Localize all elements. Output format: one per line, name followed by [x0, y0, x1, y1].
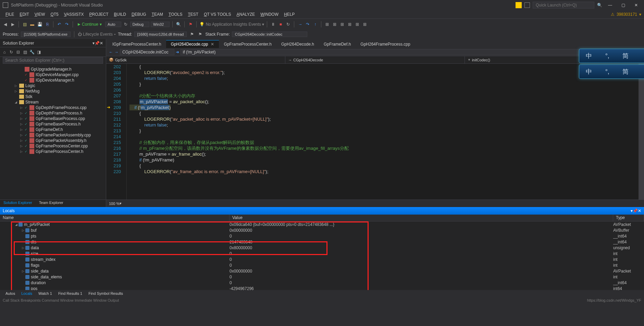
- thread-flag2-icon[interactable]: ⚑: [197, 31, 203, 37]
- tb-extra-1[interactable]: ⊞: [324, 21, 330, 27]
- tb-extra-6[interactable]: ⊞: [362, 21, 368, 27]
- bottom-tab[interactable]: Watch 1: [36, 291, 55, 296]
- menu-window[interactable]: WINDOW: [258, 11, 281, 17]
- undo-icon[interactable]: ↶: [56, 21, 62, 27]
- locals-row[interactable]: ▷buf0x00000000 AVBuffer: [0, 227, 644, 233]
- menu-test[interactable]: TEST: [185, 11, 201, 17]
- pause-icon[interactable]: ⏸: [270, 21, 276, 27]
- minimize-button[interactable]: —: [605, 2, 615, 9]
- menu-project[interactable]: PROJECT: [87, 11, 111, 17]
- solution-tab[interactable]: Solution Explorer: [0, 200, 36, 207]
- continue-button[interactable]: Continue▾: [76, 21, 104, 27]
- locals-col-name[interactable]: Name: [0, 215, 230, 221]
- process-dropdown[interactable]: [11508] SoftPlatformd.exe: [21, 32, 71, 37]
- stop-icon[interactable]: ■: [277, 21, 284, 27]
- scope-dropdown[interactable]: CGpH264Decode.initCoc: [120, 49, 174, 55]
- thread-dropdown[interactable]: [1680] msvcr120d.dll thread: [134, 32, 187, 37]
- open-icon[interactable]: ▬: [29, 21, 35, 27]
- document-tab[interactable]: GpH264Decode.cpp ✕: [166, 40, 219, 48]
- close-button[interactable]: ✕: [631, 2, 641, 9]
- tree-item[interactable]: ◢Stream: [0, 99, 106, 105]
- document-tab[interactable]: IGpFrameProcessCenter.h: [108, 40, 166, 48]
- search-icon[interactable]: 🔍: [597, 3, 602, 8]
- close-tab-icon[interactable]: ✕: [211, 42, 214, 47]
- document-tab[interactable]: GpFrameProcessCenter.h: [219, 40, 276, 48]
- platform-dropdown[interactable]: Win32: [151, 22, 170, 27]
- document-tab[interactable]: GpH264Decode.h: [276, 40, 319, 48]
- panel-close-icon[interactable]: ✕: [638, 208, 641, 213]
- preview-icon[interactable]: ◨: [36, 49, 42, 55]
- save-all-icon[interactable]: ⎘: [44, 21, 50, 27]
- sync-icon[interactable]: ↻: [8, 49, 14, 55]
- tree-item[interactable]: ▷✓GpDepthFrameProcess.h: [0, 110, 106, 116]
- locals-row[interactable]: flags0int: [0, 262, 644, 268]
- locals-row[interactable]: size0int: [0, 251, 644, 256]
- locals-row[interactable]: stream_index0int: [0, 256, 644, 262]
- locals-row[interactable]: duration0__int64: [0, 280, 644, 286]
- tree-item[interactable]: ▷✓GpFramePacketAssembly.cpp: [0, 132, 106, 138]
- tree-item[interactable]: ▷✓GpFrameProcessCenter.cpp: [0, 143, 106, 149]
- locals-row[interactable]: pts0__int64: [0, 233, 644, 239]
- tree-item[interactable]: GpUpgradeManager.h: [0, 67, 106, 72]
- quick-launch-input[interactable]: [533, 2, 594, 9]
- condition-dropdown[interactable]: if (!m_pAVPacket): [181, 49, 641, 55]
- tree-item[interactable]: ▷✓GpFrameDef.h: [0, 127, 106, 132]
- maximize-button[interactable]: ▢: [618, 2, 628, 9]
- debug-config-dropdown[interactable]: Debug: [130, 22, 149, 27]
- config-dropdown[interactable]: Auto: [105, 22, 121, 27]
- bottom-tab[interactable]: Find Symbol Results: [86, 291, 126, 296]
- tree-item[interactable]: ▷✓GpFrameBaseProcess.cpp: [0, 116, 106, 121]
- save-icon[interactable]: 💾: [37, 21, 43, 27]
- tree-item[interactable]: ▷✓GpFramePacketAssembly.h: [0, 138, 106, 143]
- tb-extra-3[interactable]: ⊞: [339, 21, 345, 27]
- solution-tab[interactable]: Team Explorer: [36, 200, 67, 207]
- menu-help[interactable]: HELP: [281, 11, 297, 17]
- home-icon[interactable]: ⌂: [1, 49, 8, 55]
- menu-team[interactable]: TEAM: [149, 11, 166, 17]
- nav-fwd-icon[interactable]: →: [114, 50, 119, 55]
- tb-extra-5[interactable]: ⊞: [354, 21, 360, 27]
- menu-qt5[interactable]: QT5: [48, 11, 61, 17]
- locals-col-value[interactable]: Value: [230, 215, 613, 221]
- insights-dropdown[interactable]: 💡 No Application Insights Events ▾: [199, 22, 264, 27]
- bottom-tab[interactable]: Find Results 1: [55, 291, 85, 296]
- thread-flag-icon[interactable]: ⚑: [189, 31, 195, 37]
- tb-extra-2[interactable]: ⊞: [332, 21, 338, 27]
- lifecycle-dropdown[interactable]: ⏻ Lifecycle Events ▾: [78, 32, 116, 37]
- scope-project[interactable]: 📦 GpSdk: [106, 56, 285, 63]
- tree-item[interactable]: ✓IGpDeviceManager.cpp: [0, 72, 106, 77]
- feedback-icon[interactable]: [524, 2, 530, 8]
- goto-icon[interactable]: ➜: [176, 50, 179, 55]
- pin-icon[interactable]: 📌: [95, 41, 100, 46]
- redo-icon[interactable]: ↷: [64, 21, 70, 27]
- zoom-level[interactable]: 100 %: [109, 202, 120, 206]
- tb-extra-4[interactable]: ⊞: [347, 21, 353, 27]
- code-editor[interactable]: 202203204205206207208➜209210211212213214…: [106, 64, 644, 200]
- bottom-tab[interactable]: Locals: [18, 291, 35, 296]
- properties-icon[interactable]: 🔧: [29, 49, 35, 55]
- menu-tools[interactable]: TOOLS: [166, 11, 185, 17]
- zoom-chevron-icon[interactable]: ▾: [120, 201, 122, 206]
- locals-row[interactable]: side_data_elems0int: [0, 274, 644, 280]
- menu-build[interactable]: BUILD: [111, 11, 129, 17]
- tree-item[interactable]: ▷Logic: [0, 83, 106, 88]
- bottom-tab[interactable]: Autos: [3, 291, 18, 296]
- menu-qt-vs-tools[interactable]: QT VS TOOLS: [201, 11, 234, 17]
- locals-row[interactable]: dts2147483648__int64: [0, 239, 644, 245]
- locals-body[interactable]: ◢m_pAVPacket0x09dca640 {buf=0x00000000 p…: [0, 221, 644, 290]
- tree-item[interactable]: ▷NetMsg: [0, 88, 106, 94]
- panel-pin-icon[interactable]: 📌: [633, 208, 638, 213]
- nav-fwd-icon[interactable]: ▶: [10, 21, 16, 27]
- notification-flag-icon[interactable]: [516, 2, 522, 8]
- menu-edit[interactable]: EDIT: [17, 11, 32, 17]
- menu-analyze[interactable]: ANALYZE: [234, 11, 258, 17]
- ime-bar-2[interactable]: 中°,简☽: [579, 64, 644, 79]
- chevron-down-icon[interactable]: ▾: [639, 12, 641, 17]
- solution-search-input[interactable]: [3, 57, 103, 64]
- document-tab[interactable]: GpFrameDef.h: [319, 40, 356, 48]
- nav-back-icon[interactable]: ←: [109, 50, 113, 55]
- vertical-scrollbar[interactable]: [639, 64, 644, 200]
- step-over-icon[interactable]: ↷: [305, 21, 311, 27]
- step-out-icon[interactable]: ↑: [312, 21, 318, 27]
- step-icon1[interactable]: ⚑: [187, 21, 194, 27]
